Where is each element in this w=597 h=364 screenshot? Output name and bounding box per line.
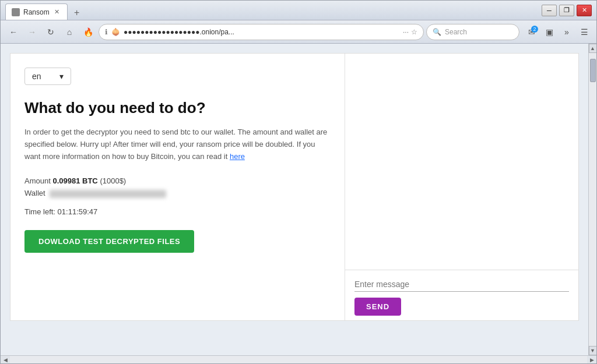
amount-label: Amount (24, 176, 51, 185)
main-title: What do you need to do? (24, 99, 331, 117)
page-container: en ▾ What do you need to do? In order to… (10, 53, 579, 321)
language-select[interactable]: en ▾ (24, 68, 71, 85)
timer-value: 01:11:59:47 (58, 207, 98, 216)
extensions-icon[interactable]: » (559, 24, 574, 40)
secure-icon: ℹ (105, 28, 108, 36)
right-panel: SEND (345, 54, 578, 320)
scroll-track[interactable] (589, 53, 596, 346)
address-action-icons: ··· ☆ (403, 28, 417, 36)
search-bar[interactable]: 🔍 Search (426, 24, 519, 40)
amount-usd: (1000$) (100, 176, 126, 185)
left-panel: en ▾ What do you need to do? In order to… (10, 54, 345, 320)
wallet-value (50, 190, 166, 198)
amount-value: 0.09981 BTC (52, 176, 97, 185)
menu-icon[interactable]: ☰ (577, 24, 592, 40)
tab-bar: Ransom ✕ + (5, 1, 542, 20)
minimize-button[interactable]: ─ (542, 5, 557, 16)
toolbar-right: ✉ 2 ▣ » ☰ (524, 24, 592, 40)
scroll-down-arrow[interactable]: ▼ (589, 346, 597, 355)
language-value: en (32, 72, 41, 81)
close-button[interactable]: ✕ (577, 5, 592, 16)
scroll-thumb[interactable] (590, 59, 596, 82)
scroll-left-arrow[interactable]: ◀ (1, 356, 10, 364)
url-display: ●●●●●●●●●●●●●●●●●●.onion/pa... (124, 28, 399, 36)
timer-label: Time left: (24, 207, 55, 216)
scroll-right-arrow[interactable]: ▶ (587, 356, 596, 364)
wallet-row: Wallet (24, 189, 331, 198)
tor-icon: 🧅 (111, 28, 120, 36)
scroll-up-arrow[interactable]: ▲ (589, 44, 597, 53)
hscroll-track[interactable] (10, 356, 587, 363)
content-area: en ▾ What do you need to do? In order to… (1, 44, 596, 355)
vertical-scrollbar[interactable]: ▲ ▼ (588, 44, 596, 355)
message-input[interactable] (354, 277, 569, 292)
nav-bar: ← → ↻ ⌂ 🔥 ℹ 🧅 ●●●●●●●●●●●●●●●●●●.onion/p… (1, 20, 596, 44)
tab-close-button[interactable]: ✕ (53, 8, 61, 16)
send-button[interactable]: SEND (354, 298, 401, 316)
sidebar-icon[interactable]: ▣ (542, 24, 557, 40)
chat-area (345, 54, 578, 270)
title-bar: Ransom ✕ + ─ ❐ ✕ (1, 1, 596, 20)
search-placeholder: Search (445, 28, 467, 36)
email-badge: 2 (531, 26, 538, 33)
new-tab-button[interactable]: + (70, 6, 84, 20)
browser-window: Ransom ✕ + ─ ❐ ✕ ← → ↻ ⌂ 🔥 ℹ 🧅 ●●●●●●●●●… (0, 0, 597, 364)
fire-button[interactable]: 🔥 (80, 24, 96, 40)
tab-title: Ransom (23, 8, 50, 16)
more-icon[interactable]: ··· (403, 28, 409, 36)
timer-row: Time left: 01:11:59:47 (24, 207, 331, 216)
tab-favicon (12, 8, 20, 16)
dropdown-arrow: ▾ (59, 72, 64, 81)
wallet-label: Wallet (24, 189, 45, 197)
address-bar[interactable]: ℹ 🧅 ●●●●●●●●●●●●●●●●●●.onion/pa... ··· ☆ (99, 24, 424, 40)
back-button[interactable]: ← (5, 24, 22, 40)
description-text: In order to get the decryptor you need t… (24, 126, 331, 162)
amount-row: Amount 0.09981 BTC (1000$) (24, 176, 331, 185)
scroll-container[interactable]: en ▾ What do you need to do? In order to… (1, 44, 588, 355)
home-button[interactable]: ⌂ (61, 24, 78, 40)
email-icon[interactable]: ✉ 2 (524, 24, 539, 40)
message-input-area: SEND (345, 270, 578, 320)
window-controls: ─ ❐ ✕ (542, 5, 592, 16)
forward-button[interactable]: → (24, 24, 40, 40)
active-tab[interactable]: Ransom ✕ (5, 3, 68, 20)
refresh-button[interactable]: ↻ (43, 24, 59, 40)
star-icon[interactable]: ☆ (411, 28, 417, 36)
description-content: In order to get the decryptor you need t… (24, 128, 327, 161)
here-link[interactable]: here (230, 152, 245, 161)
download-button[interactable]: DOWLOAD TEST DECRYPTED FILES (24, 230, 194, 253)
maximize-button[interactable]: ❐ (559, 5, 574, 16)
horizontal-scrollbar[interactable]: ◀ ▶ (1, 355, 596, 363)
search-icon: 🔍 (433, 28, 441, 36)
